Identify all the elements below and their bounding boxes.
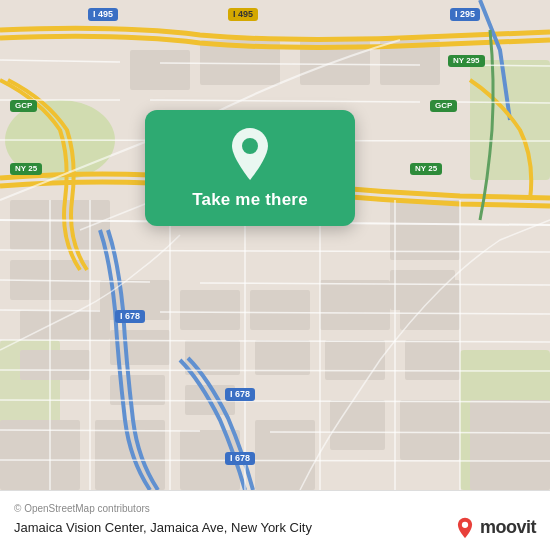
svg-point-35 bbox=[462, 521, 468, 527]
i495-badge-center: I 495 bbox=[228, 8, 258, 21]
location-pin-icon bbox=[224, 128, 276, 180]
svg-rect-30 bbox=[130, 50, 190, 90]
svg-rect-7 bbox=[20, 310, 110, 340]
svg-rect-25 bbox=[330, 400, 385, 450]
svg-rect-15 bbox=[250, 290, 310, 330]
svg-rect-29 bbox=[390, 270, 455, 310]
gcp-left-badge: GCP bbox=[10, 100, 37, 112]
bottom-bar: © OpenStreetMap contributors Jamaica Vis… bbox=[0, 490, 550, 550]
svg-rect-12 bbox=[180, 290, 240, 330]
i295-badge: I 295 bbox=[450, 8, 480, 21]
copyright-text: © OpenStreetMap contributors bbox=[14, 503, 536, 514]
svg-rect-17 bbox=[320, 280, 390, 330]
moovit-pin-icon bbox=[454, 517, 476, 539]
location-text: Jamaica Vision Center, Jamaica Ave, New … bbox=[14, 520, 312, 535]
ny295-badge: NY 295 bbox=[448, 55, 485, 67]
svg-rect-8 bbox=[20, 350, 90, 380]
i678-left-badge: I 678 bbox=[115, 310, 145, 323]
i678-center-badge: I 678 bbox=[225, 388, 255, 401]
svg-rect-20 bbox=[405, 340, 460, 380]
ny25-right-badge: NY 25 bbox=[410, 163, 442, 175]
take-me-there-card[interactable]: Take me there bbox=[145, 110, 355, 226]
i495-badge-left: I 495 bbox=[88, 8, 118, 21]
svg-point-34 bbox=[242, 138, 258, 154]
i678-lower-badge: I 678 bbox=[225, 452, 255, 465]
gcp-right-badge: GCP bbox=[430, 100, 457, 112]
svg-rect-26 bbox=[400, 400, 460, 460]
moovit-brand: moovit bbox=[454, 517, 536, 539]
map-container: I 495 I 495 I 295 GCP GCP NY 295 NY 25 N… bbox=[0, 0, 550, 490]
svg-rect-5 bbox=[10, 200, 110, 250]
action-label: Take me there bbox=[192, 190, 308, 210]
svg-rect-27 bbox=[470, 400, 550, 490]
location-line: Jamaica Vision Center, Jamaica Ave, New … bbox=[14, 517, 536, 539]
moovit-text: moovit bbox=[480, 517, 536, 538]
svg-rect-18 bbox=[325, 340, 385, 380]
ny25-left-badge: NY 25 bbox=[10, 163, 42, 175]
